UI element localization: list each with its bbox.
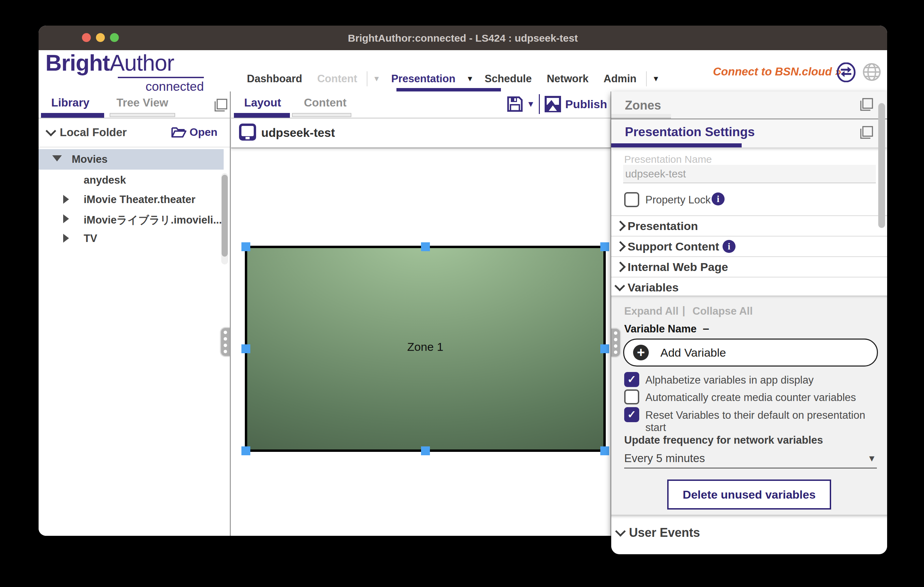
expand-all-link[interactable]: Expand All [624,305,678,317]
tree-item-label: iMovie Theater.theater [84,194,195,206]
chevron-down-icon[interactable]: ▼ [373,74,380,83]
save-options-chevron-icon[interactable]: ▼ [526,99,535,109]
open-folder-button[interactable]: Open [171,125,218,139]
nav-presentation[interactable]: Presentation [391,73,455,85]
library-tabs: Library Tree View [39,92,230,118]
tree-item-imovie-theater[interactable]: iMovie Theater.theater [39,190,224,210]
layout-tabs: Layout Content ▼ Publish [231,92,610,118]
add-variable-button[interactable]: + Add Variable [623,339,878,367]
update-frequency-dropdown[interactable]: Every 5 minutes ▼ [624,450,877,469]
reset-variables-checkbox[interactable]: ✓ [624,407,639,422]
expand-panel-icon[interactable] [214,98,228,112]
user-events-label: User Events [629,526,700,540]
tab-layout[interactable]: Layout [244,96,281,109]
resize-handle-top-right[interactable] [600,242,609,251]
collapsed-arrow-icon[interactable] [63,234,69,243]
open-folder-icon [171,125,187,139]
accordion-variables[interactable]: Variables [611,277,887,296]
main-nav: Dashboard Content ▼ Presentation ▼ Sched… [239,69,663,89]
resize-handle-top-left[interactable] [241,242,250,251]
active-nav-underline [396,88,501,92]
globe-icon[interactable] [862,62,881,82]
local-folder-header[interactable]: Local Folder Open [39,118,230,148]
nav-dashboard[interactable]: Dashboard [247,73,302,85]
save-icon[interactable] [506,95,524,113]
title-bar: BrightAuthor:connected - LS424 : udpseek… [39,26,887,50]
app-header: BrightAuthor connected Dashboard Content… [39,50,887,92]
tree-item-label: TV [84,232,97,245]
brightauthor-logo: BrightAuthor connected [45,51,206,91]
local-folder-label: Local Folder [60,126,127,139]
tree-item-label: anydesk [84,174,126,186]
scrollbar-thumb[interactable] [222,175,228,257]
tree-item-imovie-library[interactable]: iMovieライブラリ.imovieli... [39,210,224,229]
media-counter-checkbox[interactable] [624,390,639,404]
resize-handle-left[interactable] [241,344,250,353]
property-lock-checkbox[interactable] [624,192,639,207]
nav-content[interactable]: Content [317,73,357,85]
accordion-label: Internal Web Page [628,260,728,274]
tree-item-tv[interactable]: TV [39,229,224,248]
resize-handle-bottom-right[interactable] [600,446,609,455]
presentation-settings-panel: Zones Presentation Settings Presentation… [611,92,887,554]
alphabetize-checkbox[interactable]: ✓ [624,372,639,387]
tab-content[interactable]: Content [304,96,346,109]
splitter-handle[interactable] [611,328,621,358]
nav-network[interactable]: Network [547,73,588,85]
nav-admin[interactable]: Admin [604,73,637,85]
accordion-internal-web-page[interactable]: Internal Web Page [611,256,887,278]
publish-icon[interactable] [544,95,562,113]
connect-bsn-link[interactable]: Connect to BSN.cloud » [713,65,842,78]
open-label: Open [190,126,218,138]
library-panel: Library Tree View Local Folder Open [39,92,230,536]
expand-panel-icon[interactable] [860,126,873,139]
accordion-support-content[interactable]: Support Content i [611,236,887,257]
dropdown-value: Every 5 minutes [624,452,705,465]
tab-library[interactable]: Library [51,96,89,109]
expand-panel-icon[interactable] [860,98,873,111]
resize-handle-right[interactable] [600,344,609,353]
chevron-down-icon: ▼ [867,453,876,464]
presentation-name-label: Presentation Name [624,154,712,165]
settings-scrollbar-thumb[interactable] [878,103,885,228]
user-events-header[interactable]: User Events [611,515,887,554]
inactive-tab-underline [611,114,671,119]
chevron-down-icon[interactable]: ▼ [467,74,474,83]
active-tab-underline [41,113,104,118]
variable-name-sort-label[interactable]: Variable Name [624,323,696,335]
collapse-all-link[interactable]: Collapse All [693,305,752,317]
accordion-label: Variables [628,281,678,294]
media-counter-label: Automatically create media counter varia… [645,391,856,404]
tree-item-movies[interactable]: Movies [39,149,224,169]
info-icon[interactable]: i [711,192,724,206]
chevron-right-icon [615,220,625,231]
accordion-presentation[interactable]: Presentation [611,215,887,237]
nav-schedule[interactable]: Schedule [485,73,532,85]
zone-label: Zone 1 [247,340,603,354]
left-divider[interactable] [230,92,231,536]
accordion-label: Presentation [628,219,698,233]
presentation-name-input[interactable]: udpseek-test [623,165,876,183]
zone-1[interactable]: Zone 1 [245,246,606,452]
accordion-label: Support Content [628,240,719,253]
splitter-handle[interactable] [220,327,230,357]
tab-tree-view[interactable]: Tree View [116,96,168,109]
presentation-toolbar: udpseek-test [231,118,610,148]
chevron-down-icon[interactable]: ▼ [652,74,660,83]
expanded-arrow-icon[interactable] [52,155,62,161]
resize-handle-bottom-left[interactable] [241,446,250,455]
delete-unused-variables-button[interactable]: Delete unused variables [667,480,831,510]
presentation-name: udpseek-test [261,126,335,140]
resize-handle-bottom[interactable] [421,446,430,455]
sync-icon[interactable] [836,62,856,82]
publish-button[interactable]: Publish [565,98,607,111]
property-lock-label: Property Lock [645,194,711,206]
collapsed-arrow-icon[interactable] [63,195,69,204]
tree-item-anydesk[interactable]: anydesk [39,171,224,190]
resize-handle-top[interactable] [421,242,430,251]
sort-dash-icon: – [703,321,709,335]
library-scrollbar[interactable] [221,173,228,265]
info-icon[interactable]: i [723,240,736,253]
collapsed-arrow-icon[interactable] [63,214,69,223]
zones-title[interactable]: Zones [625,98,661,113]
